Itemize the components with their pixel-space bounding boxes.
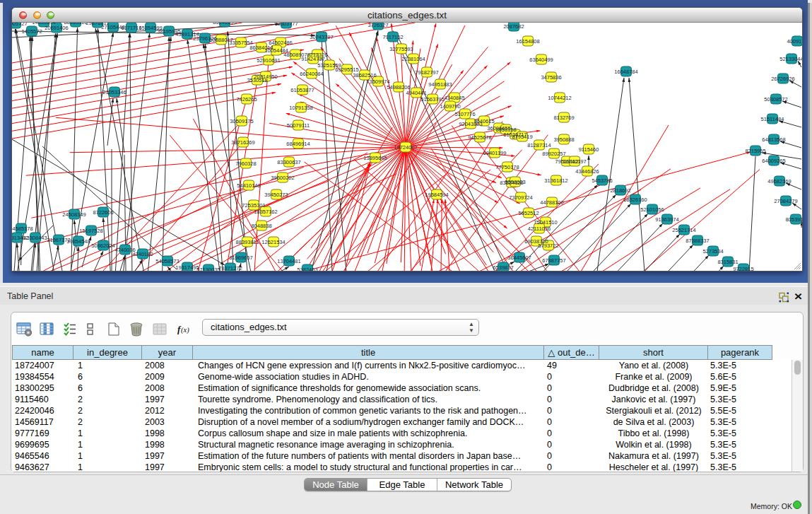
svg-text:2087682: 2087682 xyxy=(503,23,524,30)
svg-text:5382463: 5382463 xyxy=(297,267,317,271)
svg-text:67887757: 67887757 xyxy=(542,257,565,264)
svg-text:38682516: 38682516 xyxy=(353,72,376,78)
svg-text:19584594: 19584594 xyxy=(425,192,448,198)
svg-text:88183110: 88183110 xyxy=(64,23,88,25)
svg-text:12621534: 12621534 xyxy=(261,239,285,245)
svg-text:64502486: 64502486 xyxy=(269,40,292,46)
svg-text:63640499: 63640499 xyxy=(529,57,553,63)
svg-text:10791358: 10791358 xyxy=(289,105,312,111)
svg-text:26726926: 26726926 xyxy=(771,76,794,82)
svg-text:16154808: 16154808 xyxy=(516,38,539,45)
svg-text:30005727: 30005727 xyxy=(12,23,28,27)
svg-text:50079111: 50079111 xyxy=(287,122,310,129)
svg-text:9722815: 9722815 xyxy=(733,266,753,271)
svg-text:5652512: 5652512 xyxy=(518,210,539,216)
svg-text:91424737: 91424737 xyxy=(301,56,324,62)
svg-text:64813568: 64813568 xyxy=(762,136,785,143)
svg-text:83300637: 83300637 xyxy=(277,159,300,165)
svg-text:21381064: 21381064 xyxy=(401,56,425,62)
svg-text:72535301: 72535301 xyxy=(242,202,265,209)
svg-text:94951883: 94951883 xyxy=(428,81,452,88)
svg-text:31361812: 31361812 xyxy=(544,177,567,184)
svg-text:2818692: 2818692 xyxy=(610,187,630,194)
svg-text:57130035: 57130035 xyxy=(196,267,220,271)
svg-text:8640615: 8640615 xyxy=(473,118,494,124)
svg-text:49682169: 49682169 xyxy=(767,178,791,185)
svg-text:1409790: 1409790 xyxy=(440,103,460,110)
svg-text:32775593: 32775593 xyxy=(389,46,413,52)
svg-text:18724007: 18724007 xyxy=(394,144,417,151)
svg-text:93303777: 93303777 xyxy=(274,23,298,27)
svg-text:3726327: 3726327 xyxy=(367,23,388,28)
svg-text:7960328: 7960328 xyxy=(235,160,256,167)
svg-text:68326160: 68326160 xyxy=(623,197,647,203)
svg-text:21053346: 21053346 xyxy=(102,89,126,95)
svg-text:52910691: 52910691 xyxy=(257,57,280,64)
svg-text:4240180: 4240180 xyxy=(132,251,153,257)
svg-text:79182797: 79182797 xyxy=(415,69,438,76)
svg-text:(x): (x) xyxy=(181,326,189,334)
svg-text:81287314: 81287314 xyxy=(527,142,551,148)
svg-text:54410148: 54410148 xyxy=(237,182,260,189)
svg-text:39600202: 39600202 xyxy=(271,175,294,181)
svg-text:18357162: 18357162 xyxy=(254,209,277,215)
svg-text:43308443: 43308443 xyxy=(23,235,47,241)
svg-text:88393811: 88393811 xyxy=(236,239,259,245)
svg-text:13895645: 13895645 xyxy=(363,155,387,161)
svg-text:19317495: 19317495 xyxy=(175,264,199,271)
svg-text:87388337: 87388337 xyxy=(686,238,709,244)
svg-text:52101056: 52101056 xyxy=(640,206,664,213)
svg-text:39450273: 39450273 xyxy=(264,192,288,198)
svg-text:54585178: 54585178 xyxy=(12,226,33,232)
svg-text:7426265: 7426265 xyxy=(236,96,257,103)
svg-text:51511484: 51511484 xyxy=(761,116,784,122)
svg-text:50308572: 50308572 xyxy=(764,96,787,103)
svg-text:68496914: 68496914 xyxy=(286,141,310,147)
svg-text:30743797: 30743797 xyxy=(310,34,333,40)
svg-text:39854548: 39854548 xyxy=(66,238,90,245)
svg-text:20691406: 20691406 xyxy=(45,25,68,31)
svg-text:8048838: 8048838 xyxy=(251,223,271,229)
svg-text:10744212: 10744212 xyxy=(548,95,571,101)
svg-text:1405572: 1405572 xyxy=(21,28,42,35)
svg-text:61053877: 61053877 xyxy=(290,87,314,93)
svg-text:36445607: 36445607 xyxy=(507,255,531,261)
svg-text:5793722: 5793722 xyxy=(538,243,558,249)
svg-text:77750178: 77750178 xyxy=(495,164,519,170)
svg-text:8795419: 8795419 xyxy=(512,134,532,140)
svg-text:3475836: 3475836 xyxy=(541,74,561,81)
svg-text:73709724: 73709724 xyxy=(509,194,532,201)
svg-text:9115460: 9115460 xyxy=(579,146,599,153)
svg-text:3530518: 3530518 xyxy=(247,77,267,83)
svg-text:5273534: 5273534 xyxy=(702,248,723,255)
svg-text:81969657: 81969657 xyxy=(229,255,252,261)
svg-text:8215955: 8215955 xyxy=(745,148,765,154)
svg-text:15197528: 15197528 xyxy=(79,228,102,234)
svg-text:24508349: 24508349 xyxy=(62,211,86,218)
svg-text:91363974: 91363974 xyxy=(655,216,678,223)
svg-text:51663795: 51663795 xyxy=(420,96,444,103)
svg-text:69401199: 69401199 xyxy=(483,150,507,156)
svg-text:30509175: 30509175 xyxy=(230,118,253,124)
svg-text:43446826: 43446826 xyxy=(575,168,599,175)
svg-text:6539837: 6539837 xyxy=(493,264,513,271)
svg-text:78371272: 78371272 xyxy=(218,265,242,271)
svg-text:27084279: 27084279 xyxy=(774,198,797,204)
svg-text:85146293: 85146293 xyxy=(213,23,236,25)
svg-text:52133044: 52133044 xyxy=(779,56,802,62)
svg-text:8053918: 8053918 xyxy=(785,216,802,223)
svg-text:54058573: 54058573 xyxy=(155,258,179,264)
svg-text:8132769: 8132769 xyxy=(553,115,574,121)
svg-text:25521714: 25521714 xyxy=(672,227,695,233)
svg-text:16740197: 16740197 xyxy=(563,158,586,165)
svg-text:5107776: 5107776 xyxy=(454,111,475,117)
svg-text:16648784: 16648784 xyxy=(614,69,637,75)
svg-text:42111036: 42111036 xyxy=(528,226,551,232)
svg-text:8658158: 8658158 xyxy=(495,127,516,133)
svg-text:50962024: 50962024 xyxy=(91,243,114,249)
svg-text:75041510: 75041510 xyxy=(534,219,557,226)
svg-text:4340845: 4340845 xyxy=(444,95,464,101)
svg-text:8315831: 8315831 xyxy=(717,259,738,265)
svg-text:3950888: 3950888 xyxy=(553,136,574,143)
svg-text:38716269: 38716269 xyxy=(231,139,254,146)
